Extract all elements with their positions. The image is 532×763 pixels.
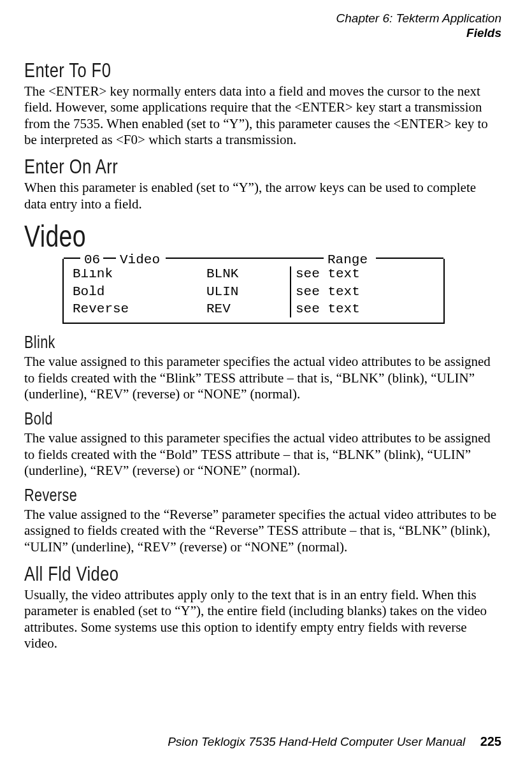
running-header: Chapter 6: Tekterm Application Fields bbox=[24, 11, 501, 41]
cell-range: see text bbox=[296, 300, 435, 317]
para-all-fld-video: Usually, the video attributes apply only… bbox=[24, 587, 501, 652]
page-footer: Psion Teklogix 7535 Hand-Held Computer U… bbox=[31, 734, 501, 749]
header-section: Fields bbox=[24, 26, 501, 41]
heading-bold: Bold bbox=[24, 409, 406, 429]
page-number: 225 bbox=[480, 734, 501, 748]
para-reverse: The value assigned to the “Reverse” para… bbox=[24, 507, 501, 556]
table-row: Reverse REV see text bbox=[73, 300, 435, 317]
footer-text: Psion Teklogix 7535 Hand-Held Computer U… bbox=[168, 735, 465, 748]
heading-reverse: Reverse bbox=[24, 486, 406, 505]
para-enter-on-arr: When this parameter is enabled (set to “… bbox=[24, 180, 501, 212]
header-chapter: Chapter 6: Tekterm Application bbox=[24, 11, 501, 26]
heading-blink: Blink bbox=[24, 333, 406, 352]
heading-enter-to-f0: Enter To F0 bbox=[24, 59, 406, 82]
para-blink: The value assigned to this parameter spe… bbox=[24, 354, 501, 403]
cell-value: BLNK bbox=[206, 265, 296, 282]
cell-name: Blink bbox=[73, 265, 206, 282]
cell-range: see text bbox=[296, 265, 435, 282]
heading-all-fld-video: All Fld Video bbox=[24, 562, 406, 586]
table-row: Bold ULIN see text bbox=[73, 283, 435, 300]
cell-value: ULIN bbox=[206, 283, 296, 300]
heading-video: Video bbox=[24, 219, 396, 254]
cell-name: Reverse bbox=[73, 300, 206, 317]
para-enter-to-f0: The <ENTER> key normally enters data int… bbox=[24, 84, 501, 149]
heading-enter-on-arr: Enter On Arr bbox=[24, 155, 406, 178]
cell-range: see text bbox=[296, 283, 435, 300]
para-bold: The value assigned to this parameter spe… bbox=[24, 430, 501, 479]
video-settings-box: 06 Video Range Blink BLNK see text Bold … bbox=[62, 259, 445, 324]
table-row: Blink BLNK see text bbox=[73, 265, 435, 282]
cell-name: Bold bbox=[73, 283, 206, 300]
divider bbox=[290, 266, 291, 317]
cell-value: REV bbox=[206, 300, 296, 317]
